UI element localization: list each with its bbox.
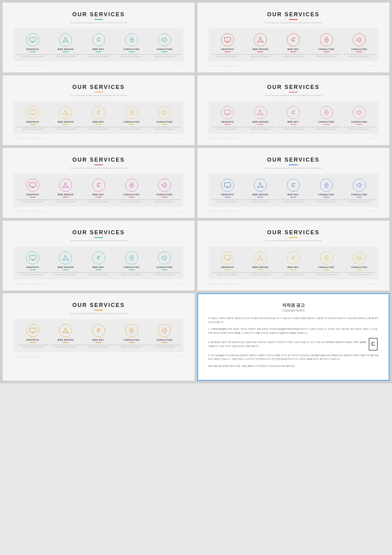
s3-code-icon: C — [92, 106, 105, 119]
slide-4: OUR SERVICES You can describe something … — [197, 75, 390, 145]
svg-point-54 — [258, 186, 259, 188]
s2-graphics: GRAPHICS You can describe something shor… — [211, 33, 244, 58]
slide-8-underline — [289, 237, 298, 238]
s8-megaphone-icon — [353, 251, 366, 264]
svg-line-67 — [66, 257, 67, 259]
service-webdesign-label: WEB DESIGN — [58, 48, 74, 50]
s6-network-icon — [254, 179, 267, 192]
slide-4-services: GRAPHICSYou can describe something short… — [209, 101, 378, 134]
s2-consulting1: CONSULTING You can describe something sh… — [310, 33, 343, 58]
service-webdev-underline — [96, 52, 102, 52]
svg-point-23 — [65, 110, 66, 112]
service-graphics-underline — [30, 52, 36, 52]
slide-5: .slide-5-color .icon-circle { border-col… — [2, 148, 195, 218]
s5-monitor-icon — [26, 179, 39, 192]
service-rocket-desc: You can describe something short and nar… — [115, 53, 148, 58]
slide-8-services: GRAPHICSYou can describe something short… — [209, 247, 378, 279]
s2-network-icon — [254, 33, 267, 46]
slide-5-services: GRAPHICSYou can describe something short… — [14, 174, 183, 207]
svg-point-24 — [63, 114, 64, 115]
svg-rect-10 — [224, 37, 231, 41]
s9-monitor-icon — [26, 324, 39, 337]
service-consulting: CONSULTING You can describe something sh… — [148, 33, 181, 58]
svg-rect-30 — [224, 110, 231, 114]
s6-code-icon: C — [287, 179, 300, 192]
svg-point-15 — [262, 41, 263, 43]
slide-1-services: GRAPHICS You can describe something shor… — [14, 29, 183, 61]
svg-point-49 — [131, 184, 132, 186]
slide-2-title: OUR SERVICES — [209, 11, 378, 18]
svg-point-73 — [260, 255, 261, 257]
svg-line-76 — [259, 257, 260, 259]
service-webdesign-underline — [62, 52, 69, 52]
slide-6-underline — [289, 164, 298, 165]
slide-6-footer: BUSINESS PRESENTATION SLIDE 6 — [209, 210, 378, 212]
svg-point-29 — [131, 112, 132, 113]
s5-code-icon: C — [92, 179, 105, 192]
svg-line-27 — [66, 111, 67, 114]
s8-monitor-icon — [221, 251, 234, 264]
s7-code-icon: C — [92, 251, 105, 264]
s7-megaphone-icon — [158, 251, 171, 264]
svg-point-75 — [262, 259, 263, 261]
s2-webdesign: WEB DESIGN You can describe something sh… — [244, 33, 277, 58]
svg-point-19 — [326, 39, 327, 40]
slide-9-underline — [94, 310, 103, 311]
slide-5-footer: BUSINESS PRESENTATION SLIDE 5 — [14, 210, 183, 212]
slide-1: OUR SERVICES You can describe something … — [2, 2, 195, 73]
slide-1-title: OUR SERVICES — [14, 11, 183, 18]
slide-2-underline — [289, 19, 298, 20]
slide-1-footer: BUSINESS PRESENTATION SLIDE 1 — [14, 65, 183, 67]
service-webdev-desc: You can describe something short and nar… — [82, 53, 115, 58]
copyright-section1: 1. 서체(Ncopyrights) 모든 상업적 서체 및 서체권자 관련 상… — [208, 327, 379, 335]
copyright-body: 이 파일은 구매하신 분에게 사용권이 있으며 저작권은 제작자에게 있습니다.… — [208, 316, 379, 368]
svg-line-7 — [66, 39, 67, 41]
slide-3: OUR SERVICES You can describe something … — [2, 75, 195, 145]
slide-1-underline — [94, 19, 103, 20]
s8-code-icon: C — [287, 251, 300, 264]
slide-2: OUR SERVICES You can describe something … — [197, 2, 390, 73]
svg-line-47 — [66, 184, 67, 186]
service-graphics-desc: You can describe something short and nar… — [16, 53, 49, 58]
slide-3-subtitle: You can describe something short and nar… — [14, 94, 183, 96]
svg-line-56 — [259, 184, 260, 186]
slide-8: OUR SERVICES You can describe something … — [197, 220, 390, 291]
service-webdev-label: WEB DEV. — [92, 48, 105, 50]
megaphone-icon — [158, 33, 171, 46]
service-graphics-label: GRAPHICS — [26, 48, 39, 50]
slide-8-footer: BUSINESS PRESENTATION SLIDE 8 — [209, 283, 378, 285]
svg-rect-20 — [30, 110, 36, 114]
copyright-logo: C — [369, 338, 378, 350]
svg-line-57 — [260, 184, 262, 186]
s4-network-icon — [254, 106, 267, 119]
slide-4-title: OUR SERVICES — [209, 84, 378, 90]
svg-point-45 — [67, 186, 69, 188]
s6-monitor-icon — [221, 179, 234, 192]
svg-line-46 — [64, 184, 66, 186]
slide-7-title: OUR SERVICES — [14, 229, 183, 236]
s5-rocket-icon — [125, 179, 138, 192]
svg-point-43 — [65, 183, 66, 184]
svg-rect-70 — [224, 255, 231, 259]
svg-point-5 — [67, 41, 69, 43]
service-consulting-label: CONSULTING — [156, 48, 173, 50]
code-icon: C — [92, 33, 105, 46]
s9-network-icon — [59, 324, 72, 337]
monitor-icon — [26, 33, 39, 46]
svg-line-36 — [259, 111, 260, 114]
svg-point-3 — [65, 37, 66, 39]
copyright-panel: 저작권 공고 Copyright Notice 이 파일은 구매하신 분에게 사… — [197, 293, 390, 381]
service-consulting-desc: You can describe something short and nar… — [148, 53, 181, 58]
slide-9-subtitle: You can describe something short and nar… — [14, 312, 183, 314]
service-rocket-underline — [129, 52, 135, 52]
svg-point-9 — [131, 39, 132, 40]
slide-8-title: OUR SERVICES — [209, 229, 378, 236]
svg-rect-80 — [30, 328, 36, 332]
slide-6-title: OUR SERVICES — [209, 157, 378, 163]
s8-network-icon — [254, 251, 267, 264]
s9-rocket-icon — [125, 324, 138, 337]
svg-point-79 — [326, 257, 327, 258]
s2-consulting2: CONSULTING You can describe something sh… — [343, 33, 376, 58]
svg-line-87 — [66, 329, 67, 332]
s5-megaphone-icon — [158, 179, 171, 192]
